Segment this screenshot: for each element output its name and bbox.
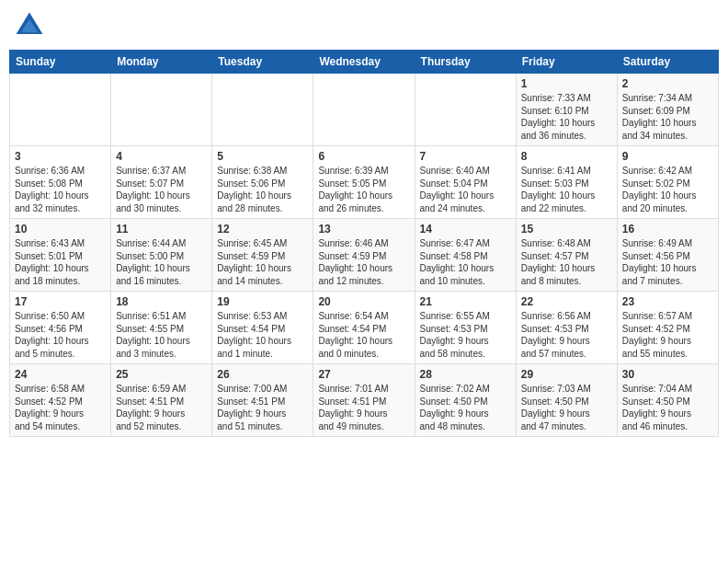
- calendar-week-row: 10Sunrise: 6:43 AM Sunset: 5:01 PM Dayli…: [10, 219, 719, 292]
- day-info: Sunrise: 6:38 AM Sunset: 5:06 PM Dayligh…: [217, 165, 308, 214]
- day-info: Sunrise: 7:03 AM Sunset: 4:50 PM Dayligh…: [521, 383, 612, 432]
- calendar-cell: 18Sunrise: 6:51 AM Sunset: 4:55 PM Dayli…: [111, 292, 212, 364]
- day-number: 12: [217, 223, 308, 236]
- day-number: 20: [318, 295, 409, 308]
- day-number: 24: [15, 368, 106, 381]
- weekday-header: Tuesday: [212, 51, 313, 74]
- day-number: 19: [217, 295, 308, 308]
- day-info: Sunrise: 6:40 AM Sunset: 5:04 PM Dayligh…: [420, 165, 511, 214]
- calendar-cell: 24Sunrise: 6:58 AM Sunset: 4:52 PM Dayli…: [10, 364, 111, 437]
- calendar-cell: [415, 74, 516, 146]
- calendar-cell: 1Sunrise: 7:33 AM Sunset: 6:10 PM Daylig…: [516, 74, 617, 146]
- calendar-cell: [10, 74, 111, 146]
- day-info: Sunrise: 6:55 AM Sunset: 4:53 PM Dayligh…: [420, 310, 511, 360]
- day-number: 23: [622, 295, 713, 308]
- calendar-cell: 26Sunrise: 7:00 AM Sunset: 4:51 PM Dayli…: [212, 364, 313, 437]
- calendar-cell: 4Sunrise: 6:37 AM Sunset: 5:07 PM Daylig…: [111, 146, 212, 219]
- day-number: 10: [15, 223, 106, 236]
- calendar-week-row: 3Sunrise: 6:36 AM Sunset: 5:08 PM Daylig…: [10, 146, 719, 219]
- day-number: 3: [15, 150, 106, 163]
- calendar-cell: 8Sunrise: 6:41 AM Sunset: 5:03 PM Daylig…: [516, 146, 617, 219]
- day-info: Sunrise: 6:42 AM Sunset: 5:02 PM Dayligh…: [622, 165, 713, 214]
- day-number: 28: [420, 368, 511, 381]
- day-number: 13: [318, 223, 409, 236]
- day-number: 2: [622, 77, 713, 90]
- day-number: 11: [116, 223, 207, 236]
- day-number: 16: [622, 223, 713, 236]
- day-number: 17: [15, 295, 106, 308]
- day-info: Sunrise: 6:44 AM Sunset: 5:00 PM Dayligh…: [116, 237, 207, 287]
- day-number: 15: [521, 223, 612, 236]
- calendar-cell: 17Sunrise: 6:50 AM Sunset: 4:56 PM Dayli…: [10, 292, 111, 364]
- day-info: Sunrise: 6:47 AM Sunset: 4:58 PM Dayligh…: [420, 237, 511, 287]
- day-number: 8: [521, 150, 612, 163]
- day-info: Sunrise: 7:33 AM Sunset: 6:10 PM Dayligh…: [521, 92, 612, 142]
- weekday-header: Wednesday: [313, 51, 415, 74]
- day-number: 27: [318, 368, 409, 381]
- day-info: Sunrise: 6:37 AM Sunset: 5:07 PM Dayligh…: [116, 165, 207, 214]
- calendar-cell: 9Sunrise: 6:42 AM Sunset: 5:02 PM Daylig…: [617, 146, 718, 219]
- calendar-cell: 29Sunrise: 7:03 AM Sunset: 4:50 PM Dayli…: [516, 364, 617, 437]
- day-info: Sunrise: 6:54 AM Sunset: 4:54 PM Dayligh…: [318, 310, 409, 360]
- day-number: 30: [622, 368, 713, 381]
- day-number: 4: [116, 150, 207, 163]
- day-number: 22: [521, 295, 612, 308]
- weekday-header: Monday: [111, 51, 212, 74]
- calendar-cell: 19Sunrise: 6:53 AM Sunset: 4:54 PM Dayli…: [212, 292, 313, 364]
- weekday-header: Friday: [516, 51, 617, 74]
- day-info: Sunrise: 6:36 AM Sunset: 5:08 PM Dayligh…: [15, 165, 106, 214]
- calendar-cell: 22Sunrise: 6:56 AM Sunset: 4:53 PM Dayli…: [516, 292, 617, 364]
- day-info: Sunrise: 7:02 AM Sunset: 4:50 PM Dayligh…: [420, 383, 511, 432]
- calendar-cell: 20Sunrise: 6:54 AM Sunset: 4:54 PM Dayli…: [313, 292, 415, 364]
- logo: [13, 9, 50, 42]
- calendar-cell: [313, 74, 415, 146]
- day-number: 5: [217, 150, 308, 163]
- calendar-cell: 3Sunrise: 6:36 AM Sunset: 5:08 PM Daylig…: [10, 146, 111, 219]
- weekday-header: Sunday: [10, 51, 111, 74]
- calendar-cell: 2Sunrise: 7:34 AM Sunset: 6:09 PM Daylig…: [617, 74, 718, 146]
- day-info: Sunrise: 6:39 AM Sunset: 5:05 PM Dayligh…: [318, 165, 409, 214]
- calendar-week-row: 17Sunrise: 6:50 AM Sunset: 4:56 PM Dayli…: [10, 292, 719, 364]
- day-number: 26: [217, 368, 308, 381]
- calendar-cell: 10Sunrise: 6:43 AM Sunset: 5:01 PM Dayli…: [10, 219, 111, 292]
- page-header: [9, 9, 719, 42]
- calendar-header-row: SundayMondayTuesdayWednesdayThursdayFrid…: [10, 51, 719, 74]
- day-info: Sunrise: 6:45 AM Sunset: 4:59 PM Dayligh…: [217, 237, 308, 287]
- day-number: 9: [622, 150, 713, 163]
- day-info: Sunrise: 6:41 AM Sunset: 5:03 PM Dayligh…: [521, 165, 612, 214]
- day-info: Sunrise: 7:34 AM Sunset: 6:09 PM Dayligh…: [622, 92, 713, 142]
- calendar-cell: 28Sunrise: 7:02 AM Sunset: 4:50 PM Dayli…: [415, 364, 516, 437]
- calendar-cell: [212, 74, 313, 146]
- calendar-cell: 23Sunrise: 6:57 AM Sunset: 4:52 PM Dayli…: [617, 292, 718, 364]
- day-info: Sunrise: 6:58 AM Sunset: 4:52 PM Dayligh…: [15, 383, 106, 432]
- day-number: 7: [420, 150, 511, 163]
- calendar-week-row: 24Sunrise: 6:58 AM Sunset: 4:52 PM Dayli…: [10, 364, 719, 437]
- calendar-cell: 5Sunrise: 6:38 AM Sunset: 5:06 PM Daylig…: [212, 146, 313, 219]
- day-info: Sunrise: 6:57 AM Sunset: 4:52 PM Dayligh…: [622, 310, 713, 360]
- day-info: Sunrise: 7:01 AM Sunset: 4:51 PM Dayligh…: [318, 383, 409, 432]
- calendar-cell: 25Sunrise: 6:59 AM Sunset: 4:51 PM Dayli…: [111, 364, 212, 437]
- day-number: 1: [521, 77, 612, 90]
- calendar-cell: 7Sunrise: 6:40 AM Sunset: 5:04 PM Daylig…: [415, 146, 516, 219]
- day-number: 14: [420, 223, 511, 236]
- calendar-week-row: 1Sunrise: 7:33 AM Sunset: 6:10 PM Daylig…: [10, 74, 719, 146]
- day-number: 29: [521, 368, 612, 381]
- day-info: Sunrise: 6:53 AM Sunset: 4:54 PM Dayligh…: [217, 310, 308, 360]
- day-number: 25: [116, 368, 207, 381]
- day-info: Sunrise: 6:50 AM Sunset: 4:56 PM Dayligh…: [15, 310, 106, 360]
- day-info: Sunrise: 6:51 AM Sunset: 4:55 PM Dayligh…: [116, 310, 207, 360]
- calendar-cell: 13Sunrise: 6:46 AM Sunset: 4:59 PM Dayli…: [313, 219, 415, 292]
- day-number: 18: [116, 295, 207, 308]
- calendar-cell: [111, 74, 212, 146]
- calendar-cell: 21Sunrise: 6:55 AM Sunset: 4:53 PM Dayli…: [415, 292, 516, 364]
- day-info: Sunrise: 7:04 AM Sunset: 4:50 PM Dayligh…: [622, 383, 713, 432]
- calendar-cell: 16Sunrise: 6:49 AM Sunset: 4:56 PM Dayli…: [617, 219, 718, 292]
- calendar-table: SundayMondayTuesdayWednesdayThursdayFrid…: [9, 50, 719, 437]
- calendar-cell: 6Sunrise: 6:39 AM Sunset: 5:05 PM Daylig…: [313, 146, 415, 219]
- calendar-cell: 30Sunrise: 7:04 AM Sunset: 4:50 PM Dayli…: [617, 364, 718, 437]
- logo-icon: [13, 9, 46, 42]
- weekday-header: Thursday: [415, 51, 516, 74]
- day-info: Sunrise: 6:49 AM Sunset: 4:56 PM Dayligh…: [622, 237, 713, 287]
- calendar-cell: 12Sunrise: 6:45 AM Sunset: 4:59 PM Dayli…: [212, 219, 313, 292]
- day-info: Sunrise: 6:43 AM Sunset: 5:01 PM Dayligh…: [15, 237, 106, 287]
